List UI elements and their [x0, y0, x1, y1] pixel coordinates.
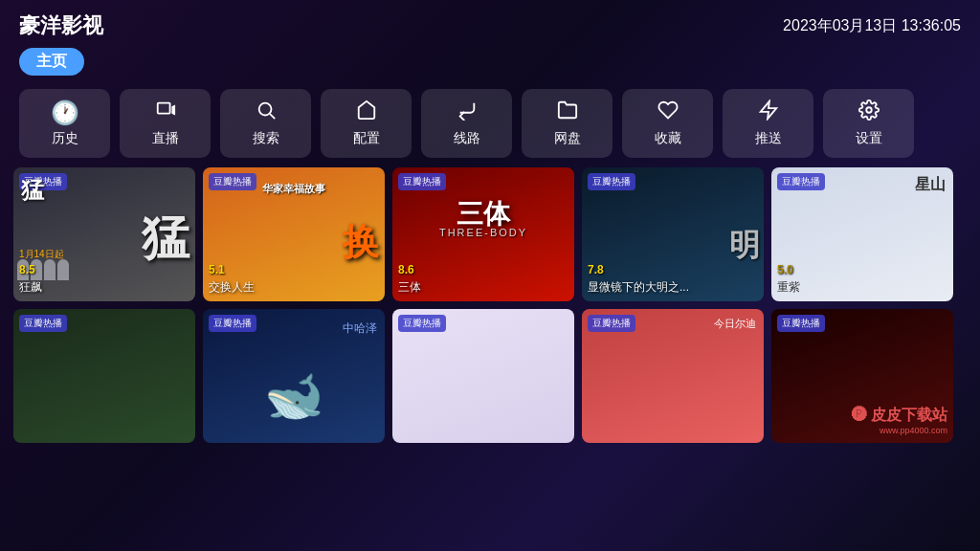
watermark: 🅟 皮皮下载站 www.pp4000.com: [852, 406, 947, 435]
menu-label-favorite: 收藏: [655, 130, 681, 147]
menu-label-route: 线路: [454, 130, 480, 147]
card-xianweijing[interactable]: 豆瓣热播 明 7.8 显微镜下的大明之...: [582, 167, 764, 301]
title-char-overlay: 猛: [21, 175, 44, 206]
menu-label-config: 配置: [353, 130, 380, 147]
whale-emoji: 🐋: [264, 368, 323, 424]
svg-point-2: [258, 103, 271, 116]
card-chongzi[interactable]: 豆瓣热播 星山 5.0 重紫: [771, 167, 953, 301]
menu-item-history[interactable]: 🕐 历史: [19, 89, 110, 158]
favorite-icon: [657, 99, 679, 126]
svg-line-3: [270, 114, 275, 119]
header: 豪洋影视 2023年03月13日 13:36:05: [0, 0, 980, 48]
menu-item-favorite[interactable]: 收藏: [622, 89, 713, 158]
card-title-3: 三体: [398, 279, 568, 296]
card-tag-6: 豆瓣热播: [19, 315, 67, 332]
card-tag-5: 豆瓣热播: [777, 173, 825, 190]
movie-row-1: 豆瓣热播 猛 猛 8.5 狂飙 1月14日起 豆瓣热播 华家幸福故事 换 5.1…: [13, 167, 967, 301]
svg-point-5: [866, 107, 872, 113]
menu-label-history: 历史: [52, 130, 78, 147]
card-extra-info: 华家幸福故事: [203, 182, 385, 196]
menu-label-push: 推送: [755, 130, 782, 147]
overlay-char-2: 换: [343, 218, 379, 267]
card-santi[interactable]: 豆瓣热播 三体 THREE-BODY 8.6 三体: [392, 167, 574, 301]
card-tag-4: 豆瓣热播: [588, 173, 635, 190]
card-tag-7: 豆瓣热播: [209, 315, 256, 332]
menu-label-netdisk: 网盘: [554, 130, 581, 147]
overlay-char-1: 猛: [142, 207, 189, 271]
datetime: 2023年03月13日 13:36:05: [783, 16, 961, 36]
card-kuangpiao[interactable]: 豆瓣热播 猛 猛 8.5 狂飙 1月14日起: [13, 167, 195, 301]
menu-row: 🕐 历史 直播 搜索 配置 线路 网盘 收藏: [0, 83, 980, 167]
card-title-4: 显微镜下的大明之...: [588, 279, 758, 296]
nav-badge-row: 主页: [0, 48, 980, 83]
menu-label-live: 直播: [152, 130, 179, 147]
card-row2-2[interactable]: 豆瓣热播 🐋 中哈泽: [203, 309, 385, 443]
content-section: 豆瓣热播 猛 猛 8.5 狂飙 1月14日起 豆瓣热播 华家幸福故事 换 5.1…: [0, 167, 980, 443]
card-rating-5: 5.0: [777, 263, 793, 276]
menu-item-search[interactable]: 搜索: [220, 89, 311, 158]
history-icon: 🕐: [51, 99, 79, 126]
card-subtitle-1: 1月14日起: [19, 248, 64, 261]
menu-item-netdisk[interactable]: 网盘: [522, 89, 612, 158]
card-jiaohuanrensheng[interactable]: 豆瓣热播 华家幸福故事 换 5.1 交换人生: [203, 167, 385, 301]
svg-rect-0: [157, 103, 169, 114]
svg-marker-4: [760, 101, 776, 119]
route-icon: [457, 99, 478, 126]
movie-row-2: 豆瓣热播 豆瓣热播 🐋 中哈泽 豆瓣热播 豆瓣热播 今日尔迪 豆瓣热播 🅟 皮皮…: [13, 309, 967, 443]
card-tag-3: 豆瓣热播: [398, 173, 446, 190]
menu-item-settings[interactable]: 设置: [823, 89, 914, 158]
netdisk-icon: [557, 99, 578, 126]
overlay-char-4: 明: [729, 225, 760, 267]
app-title: 豪洋影视: [19, 11, 103, 40]
card-tag-8: 豆瓣热播: [398, 315, 446, 332]
card-title-2: 交换人生: [209, 279, 379, 296]
card-rating-3: 8.6: [398, 263, 414, 276]
menu-item-route[interactable]: 线路: [421, 89, 512, 158]
card-row2-3[interactable]: 豆瓣热播: [392, 309, 574, 443]
home-badge[interactable]: 主页: [19, 48, 84, 76]
card-row2-1[interactable]: 豆瓣热播: [13, 309, 195, 443]
card-rating-4: 7.8: [588, 263, 604, 276]
menu-item-config[interactable]: 配置: [321, 89, 412, 158]
card-tag-10: 豆瓣热播: [777, 315, 825, 332]
overlay-char-5: 星山: [915, 175, 946, 195]
config-icon: [356, 99, 377, 126]
menu-label-search: 搜索: [253, 130, 279, 147]
watermark-url: www.pp4000.com: [852, 426, 947, 435]
card-tag-9: 豆瓣热播: [588, 315, 635, 332]
overlay-text-9: 今日尔迪: [714, 317, 756, 331]
card-title-5: 重紫: [777, 279, 947, 296]
menu-item-live[interactable]: 直播: [120, 89, 211, 158]
svg-marker-1: [171, 105, 175, 116]
card-row2-5[interactable]: 豆瓣热播 🅟 皮皮下载站 www.pp4000.com: [771, 309, 953, 443]
overlay-subtitle-3: THREE-BODY: [392, 227, 574, 238]
menu-label-settings: 设置: [856, 130, 882, 147]
live-icon: [155, 99, 176, 126]
card-title-1: 狂飙: [19, 279, 189, 296]
search-icon: [256, 99, 277, 126]
watermark-logo: 🅟 皮皮下载站: [852, 406, 947, 426]
overlay-text-7: 中哈泽: [343, 320, 377, 337]
push-icon: [758, 99, 779, 126]
card-rating-2: 5.1: [209, 263, 225, 276]
settings-icon: [858, 99, 880, 126]
card-rating-1: 8.5: [19, 263, 35, 276]
menu-item-push[interactable]: 推送: [723, 89, 813, 158]
card-row2-4[interactable]: 豆瓣热播 今日尔迪: [582, 309, 764, 443]
